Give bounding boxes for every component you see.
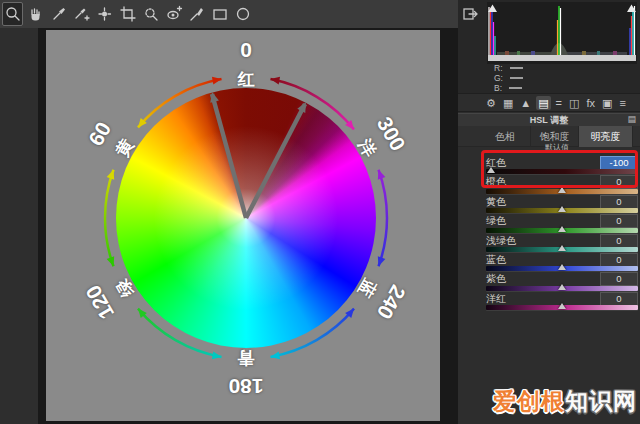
slider-thumb[interactable] <box>558 226 566 232</box>
targeted-adjustment-icon[interactable] <box>94 2 115 26</box>
g-label: G: <box>494 73 503 83</box>
tone-curve-panel-icon[interactable]: ▦ <box>501 96 515 110</box>
adjustment-brush-icon[interactable] <box>186 2 207 26</box>
hsl-slider-row: 黄色 0 <box>486 196 638 215</box>
toolbar <box>0 0 458 30</box>
presets-panel-icon[interactable]: ≡ <box>617 96 627 110</box>
wheel-label-0-deg: 0 <box>240 38 252 62</box>
slider-value-field[interactable]: 0 <box>600 234 638 248</box>
highlight-annotation <box>481 150 638 188</box>
slider-track[interactable] <box>486 305 638 310</box>
slider-label: 洋红 <box>486 293 506 304</box>
crop-tool-icon[interactable] <box>117 2 138 26</box>
hsl-slider-row: 洋红 0 <box>486 293 638 312</box>
slider-track[interactable] <box>486 286 638 291</box>
hsl-grayscale-panel-icon[interactable]: ▤ <box>536 96 550 110</box>
g-value <box>510 77 523 79</box>
split-toning-panel-icon[interactable]: = <box>554 96 564 110</box>
slider-thumb[interactable] <box>558 264 566 270</box>
camera-calibration-panel-icon[interactable]: ▣ <box>600 96 614 110</box>
left-pasteboard <box>0 28 38 424</box>
watermark-highlight-text: 爱创根 <box>493 388 565 414</box>
right-panel: R: G: B: ⚙▦▲▤=◫fx▣≡ HSL 调整 ▤ 色相 饱和度 明亮度 … <box>458 0 640 424</box>
watermark-normal-text: 知识网 <box>565 388 637 414</box>
panel-menu-icon[interactable]: ▤ <box>627 114 636 125</box>
basic-panel-icon[interactable]: ⚙ <box>484 96 498 110</box>
canvas-holder: 0 红 60 黄 120 绿 180 青 240 蓝 300 洋 <box>38 28 458 424</box>
spot-removal-icon[interactable] <box>140 2 161 26</box>
lens-corrections-panel-icon[interactable]: ◫ <box>567 96 581 110</box>
toggle-panel-icon[interactable] <box>462 5 480 27</box>
red-eye-icon[interactable] <box>163 2 184 26</box>
hsl-slider-row: 紫色 0 <box>486 273 638 292</box>
radial-filter-icon[interactable] <box>232 2 253 26</box>
b-value <box>509 87 522 89</box>
slider-value-field[interactable]: 0 <box>600 195 638 209</box>
b-label: B: <box>494 83 502 93</box>
slider-thumb[interactable] <box>558 284 566 290</box>
r-value <box>510 67 523 69</box>
slider-value-field[interactable]: 0 <box>600 253 638 267</box>
wheel-label-0-name: 红 <box>238 68 255 91</box>
rgb-readout: R: G: B: <box>494 64 523 92</box>
color-sampler-icon[interactable] <box>71 2 92 26</box>
slider-label: 浅绿色 <box>486 235 516 246</box>
slider-track[interactable] <box>486 247 638 252</box>
detail-panel-icon[interactable]: ▲ <box>518 96 533 110</box>
hsl-slider-row: 浅绿色 0 <box>486 235 638 254</box>
slider-track[interactable] <box>486 208 638 213</box>
wheel-label-180-name: 青 <box>238 346 255 369</box>
panel-icon-tabs: ⚙▦▲▤=◫fx▣≡ <box>458 94 640 112</box>
white-balance-eyedropper-icon[interactable] <box>48 2 69 26</box>
r-label: R: <box>494 63 503 73</box>
slider-thumb[interactable] <box>558 245 566 251</box>
hand-tool-icon[interactable] <box>25 2 46 26</box>
slider-value-field[interactable]: 0 <box>600 292 638 306</box>
graduated-filter-icon[interactable] <box>209 2 230 26</box>
histogram-section: R: G: B: <box>458 0 640 94</box>
effects-panel-icon[interactable]: fx <box>584 96 597 110</box>
red-sector-pointers <box>208 91 310 218</box>
hsl-slider-row: 绿色 0 <box>486 215 638 234</box>
hsl-slider-row: 蓝色 0 <box>486 254 638 273</box>
slider-track[interactable] <box>486 189 638 194</box>
zoom-tool-icon[interactable] <box>2 2 23 26</box>
slider-thumb[interactable] <box>558 303 566 309</box>
slider-label: 紫色 <box>486 273 506 284</box>
watermark: 爱创根知识网 <box>493 386 637 417</box>
slider-track[interactable] <box>486 266 638 271</box>
wheel-label-180-deg: 180 <box>228 374 263 398</box>
slider-thumb[interactable] <box>558 206 566 212</box>
camera-raw-window: { "toolbar": { "tools": [ {"name": "zoom… <box>0 0 640 424</box>
slider-label: 绿色 <box>486 215 506 226</box>
canvas-area[interactable]: 0 红 60 黄 120 绿 180 青 240 蓝 300 洋 <box>46 30 440 421</box>
panel-title: HSL 调整 <box>458 113 640 127</box>
histogram[interactable] <box>487 2 637 64</box>
slider-label: 黄色 <box>486 196 506 207</box>
slider-value-field[interactable]: 0 <box>600 272 638 286</box>
slider-track[interactable] <box>486 228 638 233</box>
slider-value-field[interactable]: 0 <box>600 214 638 228</box>
slider-label: 蓝色 <box>486 254 506 265</box>
